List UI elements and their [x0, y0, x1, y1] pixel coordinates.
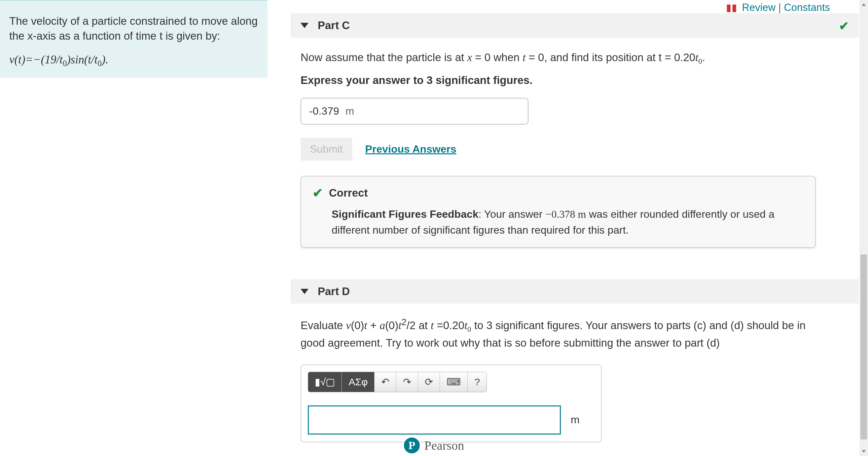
reset-button[interactable]: ⟳	[418, 372, 440, 392]
answer-value: -0.379	[309, 105, 339, 117]
scrollbar[interactable]	[860, 0, 868, 456]
templates-button[interactable]: ▮√▢	[308, 372, 342, 392]
pearson-brand: Pearson	[425, 438, 464, 453]
part-c-title: Part C	[318, 19, 350, 32]
problem-statement-panel: The velocity of a particle constrained t…	[0, 0, 268, 78]
collapse-icon	[301, 23, 309, 28]
check-icon: ✔	[839, 19, 849, 33]
part-d-body: Evaluate v(0)t + a(0)t2/2 at t =0.20t0 t…	[291, 304, 859, 443]
part-d-prompt: Evaluate v(0)t + a(0)t2/2 at t =0.20t0 t…	[301, 315, 816, 351]
pearson-logo-icon: P	[404, 437, 420, 453]
check-icon: ✔	[312, 186, 323, 200]
unit-label: m	[571, 414, 580, 426]
part-c-prompt: Now assume that the particle is at x = 0…	[301, 49, 859, 67]
feedback-body: Significant Figures Feedback: Your answe…	[312, 206, 804, 238]
equation-toolbar: ▮√▢ ΑΣφ ↶ ↷ ⟳ ⌨ ?	[308, 372, 487, 392]
problem-equation: v(t)=−(19/t0)sin(t/t0).	[9, 53, 258, 68]
previous-answers-link[interactable]: Previous Answers	[365, 143, 457, 155]
scroll-down-icon[interactable]	[862, 450, 866, 453]
feedback-box: ✔ Correct Significant Figures Feedback: …	[301, 176, 816, 248]
part-d-title: Part D	[318, 285, 350, 298]
scroll-up-icon[interactable]	[862, 3, 866, 6]
part-d-header[interactable]: Part D	[291, 279, 859, 304]
undo-button[interactable]: ↶	[375, 372, 396, 392]
help-button[interactable]: ?	[468, 372, 487, 392]
part-c-body: Now assume that the particle is at x = 0…	[291, 38, 859, 248]
scroll-thumb[interactable]	[860, 254, 867, 439]
greek-button[interactable]: ΑΣφ	[342, 372, 375, 392]
submit-button: Submit	[301, 138, 352, 160]
feedback-status: Correct	[329, 187, 368, 199]
pearson-footer: P Pearson	[404, 437, 464, 453]
answer-unit: m	[345, 105, 354, 117]
keyboard-button[interactable]: ⌨	[440, 372, 468, 392]
collapse-icon	[301, 289, 309, 294]
part-c-header[interactable]: Part C ✔	[291, 13, 859, 38]
equation-editor: ▮√▢ ΑΣφ ↶ ↷ ⟳ ⌨ ? m	[301, 364, 602, 443]
part-c-instruction: Express your answer to 3 significant fig…	[301, 74, 859, 87]
equation-input[interactable]	[308, 405, 561, 434]
answer-display: -0.379 m	[301, 98, 528, 125]
redo-button[interactable]: ↷	[396, 372, 418, 392]
problem-intro: The velocity of a particle constrained t…	[9, 14, 258, 43]
